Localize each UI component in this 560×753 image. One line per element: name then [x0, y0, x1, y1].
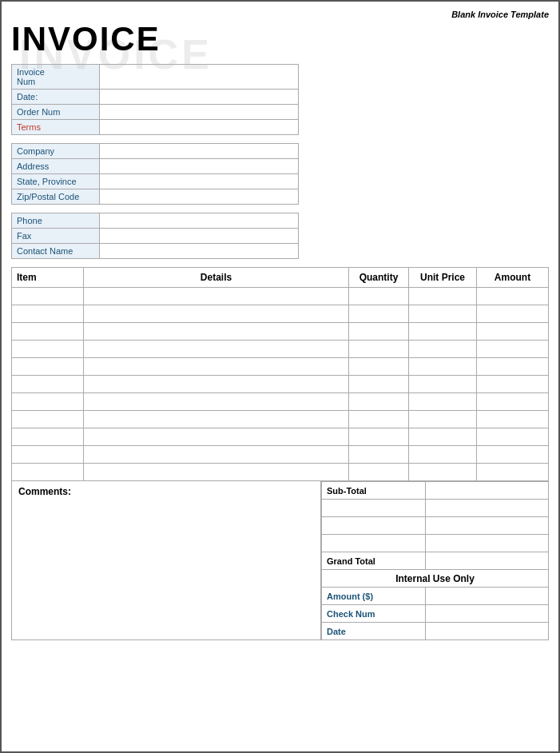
table-row: [12, 464, 549, 481]
order-num-value[interactable]: [100, 105, 298, 119]
row-4-item[interactable]: [12, 358, 84, 376]
row-10-details[interactable]: [84, 464, 349, 481]
row-1-item[interactable]: [12, 305, 84, 323]
fax-row: Fax: [12, 229, 298, 244]
row-9-quantity[interactable]: [349, 446, 409, 464]
zip-row: Zip/Postal Code: [12, 189, 298, 204]
col-header-quantity: Quantity: [349, 268, 409, 288]
row-1-quantity[interactable]: [349, 305, 409, 323]
row-5-unit_price[interactable]: [409, 376, 477, 393]
row-8-amount[interactable]: [477, 428, 549, 446]
grand-total-value[interactable]: [425, 552, 548, 570]
row-2-item[interactable]: [12, 323, 84, 341]
amount-value[interactable]: [425, 588, 548, 605]
date-label: Date:: [12, 90, 100, 104]
row-3-item[interactable]: [12, 341, 84, 358]
row-8-item[interactable]: [12, 428, 84, 446]
row-6-details[interactable]: [84, 393, 349, 411]
company-row: Company: [12, 144, 298, 159]
check-num-row: Check Num: [322, 605, 549, 623]
row-10-quantity[interactable]: [349, 464, 409, 481]
row-1-amount[interactable]: [477, 305, 549, 323]
terms-value[interactable]: [100, 120, 298, 134]
amount-row: Amount ($): [322, 588, 549, 605]
row-9-amount[interactable]: [477, 446, 549, 464]
row-6-item[interactable]: [12, 393, 84, 411]
check-num-value[interactable]: [425, 605, 548, 623]
row-3-details[interactable]: [84, 341, 349, 358]
row-8-unit_price[interactable]: [409, 428, 477, 446]
row-0-unit_price[interactable]: [409, 288, 477, 305]
col-header-unit-price: Unit Price: [409, 268, 477, 288]
invoice-num-label: InvoiceNum: [12, 65, 100, 89]
row-5-amount[interactable]: [477, 376, 549, 393]
extra-value-1[interactable]: [425, 500, 548, 517]
row-0-amount[interactable]: [477, 288, 549, 305]
state-label: State, Province: [12, 174, 100, 189]
row-7-unit_price[interactable]: [409, 411, 477, 428]
row-5-item[interactable]: [12, 376, 84, 393]
row-7-quantity[interactable]: [349, 411, 409, 428]
check-num-label: Check Num: [322, 605, 426, 623]
row-9-unit_price[interactable]: [409, 446, 477, 464]
internal-use-label: Internal Use Only: [322, 570, 549, 588]
address-label: Address: [12, 159, 100, 173]
row-0-details[interactable]: [84, 288, 349, 305]
totals-area: Sub-Total Grand Total: [321, 481, 549, 640]
internal-date-value[interactable]: [425, 623, 548, 640]
table-row: [12, 358, 549, 376]
row-1-unit_price[interactable]: [409, 305, 477, 323]
row-0-item[interactable]: [12, 288, 84, 305]
extra-value-3[interactable]: [425, 535, 548, 552]
zip-value[interactable]: [100, 189, 298, 204]
row-8-quantity[interactable]: [349, 428, 409, 446]
extra-label-1: [322, 500, 426, 517]
row-5-details[interactable]: [84, 376, 349, 393]
row-10-item[interactable]: [12, 464, 84, 481]
row-2-quantity[interactable]: [349, 323, 409, 341]
row-9-item[interactable]: [12, 446, 84, 464]
row-0-quantity[interactable]: [349, 288, 409, 305]
row-2-unit_price[interactable]: [409, 323, 477, 341]
extra-value-2[interactable]: [425, 517, 548, 535]
row-4-amount[interactable]: [477, 358, 549, 376]
row-10-amount[interactable]: [477, 464, 549, 481]
row-1-details[interactable]: [84, 305, 349, 323]
row-6-unit_price[interactable]: [409, 393, 477, 411]
comments-label: Comments:: [18, 486, 71, 497]
row-10-unit_price[interactable]: [409, 464, 477, 481]
state-value[interactable]: [100, 174, 298, 189]
invoice-num-value[interactable]: [100, 65, 298, 89]
contact-value[interactable]: [100, 244, 298, 258]
row-7-details[interactable]: [84, 411, 349, 428]
row-2-amount[interactable]: [477, 323, 549, 341]
comments-area[interactable]: Comments:: [11, 481, 321, 640]
fax-value[interactable]: [100, 229, 298, 243]
row-4-details[interactable]: [84, 358, 349, 376]
row-4-quantity[interactable]: [349, 358, 409, 376]
row-3-amount[interactable]: [477, 341, 549, 358]
address-value[interactable]: [100, 159, 298, 173]
company-label: Company: [12, 144, 100, 158]
row-7-amount[interactable]: [477, 411, 549, 428]
phone-value[interactable]: [100, 213, 298, 228]
subtotal-label: Sub-Total: [322, 482, 426, 500]
company-value[interactable]: [100, 144, 298, 158]
contact-label: Contact Name: [12, 244, 100, 258]
row-5-quantity[interactable]: [349, 376, 409, 393]
row-6-quantity[interactable]: [349, 393, 409, 411]
row-7-item[interactable]: [12, 411, 84, 428]
date-value[interactable]: [100, 90, 298, 104]
zip-label: Zip/Postal Code: [12, 189, 100, 204]
row-6-amount[interactable]: [477, 393, 549, 411]
row-3-unit_price[interactable]: [409, 341, 477, 358]
subtotal-value[interactable]: [425, 482, 548, 500]
row-4-unit_price[interactable]: [409, 358, 477, 376]
row-3-quantity[interactable]: [349, 341, 409, 358]
row-8-details[interactable]: [84, 428, 349, 446]
row-9-details[interactable]: [84, 446, 349, 464]
row-2-details[interactable]: [84, 323, 349, 341]
state-row: State, Province: [12, 174, 298, 189]
table-row: [12, 376, 549, 393]
terms-label: Terms: [12, 120, 100, 134]
